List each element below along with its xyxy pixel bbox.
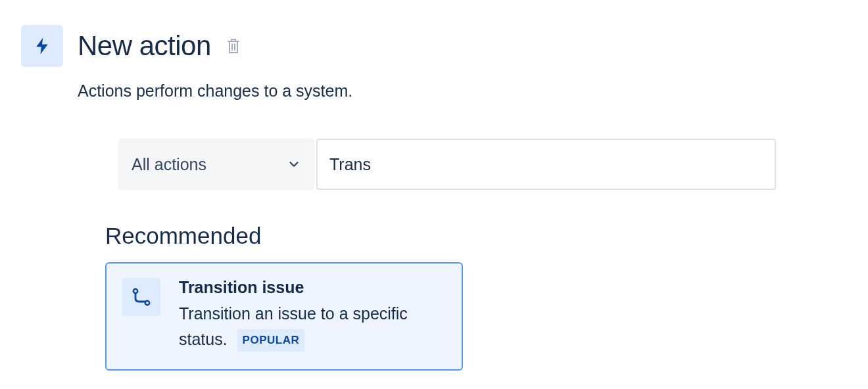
title-group: New action: [78, 30, 244, 62]
transition-icon: [122, 278, 160, 316]
delete-button[interactable]: [223, 35, 244, 57]
page-title: New action: [78, 30, 211, 62]
action-category-select[interactable]: All actions: [118, 139, 314, 190]
card-description: Transition an issue to a specific status…: [179, 301, 446, 352]
chevron-down-icon: [287, 157, 301, 172]
filter-row: All actions: [118, 139, 776, 190]
card-title: Transition issue: [179, 278, 446, 297]
trash-icon: [226, 37, 241, 55]
search-input[interactable]: [316, 139, 776, 190]
popular-badge: POPULAR: [237, 329, 305, 352]
header-row: New action: [21, 25, 847, 67]
lightning-icon: [21, 25, 63, 67]
select-label: All actions: [132, 155, 206, 174]
recommended-heading: Recommended: [105, 223, 847, 249]
page-subtitle: Actions perform changes to a system.: [78, 81, 847, 101]
action-card-transition-issue[interactable]: Transition issue Transition an issue to …: [105, 262, 463, 371]
card-body: Transition issue Transition an issue to …: [179, 278, 446, 352]
